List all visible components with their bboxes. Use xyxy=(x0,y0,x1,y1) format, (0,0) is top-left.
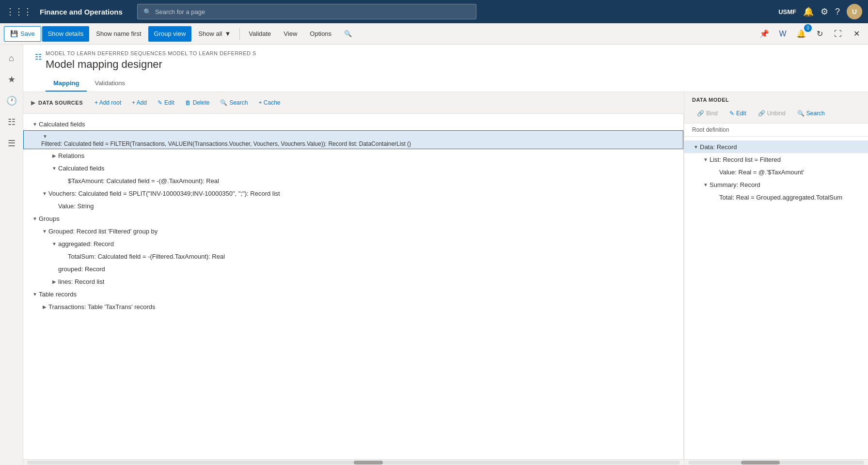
word-icon[interactable]: W xyxy=(775,26,790,42)
dm-node-value-real[interactable]: Value: Real = @.'$TaxAmount' xyxy=(684,166,868,178)
ds-panel: ▶ DATA SOURCES + Add root + Add ✎ Edit 🗑 xyxy=(23,92,684,465)
expand-calc-sub[interactable]: ▼ xyxy=(50,164,58,172)
dm-expand-summary[interactable]: ▼ xyxy=(702,181,710,188)
tree-node-calc-fields[interactable]: ▼ Calculated fields xyxy=(23,118,683,130)
dm-scroll-thumb[interactable] xyxy=(741,461,780,465)
workspaces-icon[interactable]: ☷ xyxy=(2,112,21,132)
dm-node-summary[interactable]: ▼ Summary: Record xyxy=(684,178,868,191)
modules-icon[interactable]: ☰ xyxy=(2,134,21,153)
top-nav: ⋮⋮⋮ Finance and Operations 🔍 Search for … xyxy=(0,0,868,23)
tree-node-relations[interactable]: ▶ Relations xyxy=(23,149,683,162)
tree-node-transactions[interactable]: ▶ Transactions: Table 'TaxTrans' records xyxy=(23,300,683,313)
show-all-button[interactable]: Show all ▼ xyxy=(192,26,237,42)
tree-node-lines[interactable]: ▶ lines: Record list xyxy=(23,275,683,288)
expand-table-records[interactable]: ▼ xyxy=(31,290,39,298)
scroll-thumb[interactable] xyxy=(354,461,383,465)
notification-badge-icon[interactable]: 🔔 0 xyxy=(793,26,809,42)
save-icon: 💾 xyxy=(10,30,18,37)
toolbar-search-button[interactable]: 🔍 xyxy=(338,26,358,42)
tree-node-aggregated[interactable]: ▼ aggregated: Record xyxy=(23,237,683,250)
unbind-icon: 🔗 xyxy=(758,110,765,117)
save-button[interactable]: 💾 Save xyxy=(4,26,41,42)
favorites-icon[interactable]: ★ xyxy=(2,70,21,89)
expand-filtered[interactable]: ▼ xyxy=(41,132,49,140)
notifications-icon[interactable]: 🔔 xyxy=(803,6,814,17)
grid-icon[interactable]: ⋮⋮⋮ xyxy=(6,6,32,17)
avatar[interactable]: U xyxy=(847,4,862,19)
page-header: ☷ MODEL TO LEARN DEFERRED SEQUENCES MODE… xyxy=(23,45,868,92)
dm-scroll-track xyxy=(688,461,864,465)
tree-node-vouchers[interactable]: ▼ Vouchers: Calculated field = SPLIT("IN… xyxy=(23,187,683,200)
tree-node-groups[interactable]: ▼ Groups xyxy=(23,212,683,225)
dm-title: DATA MODEL xyxy=(692,97,860,103)
expand-grouped[interactable]: ▼ xyxy=(41,227,48,235)
filter-icon[interactable]: ☷ xyxy=(35,53,42,61)
tree-node-value-string[interactable]: Value: String xyxy=(23,200,683,212)
add-button[interactable]: + Add xyxy=(127,96,152,109)
show-name-first-button[interactable]: Show name first xyxy=(90,26,147,42)
expand-vouchers[interactable]: ▼ xyxy=(41,189,48,197)
expand-groups[interactable]: ▼ xyxy=(31,215,39,222)
validate-button[interactable]: Validate xyxy=(243,26,277,42)
add-root-button[interactable]: + Add root xyxy=(90,96,126,109)
nav-right: USMF 🔔 ⚙ ? U xyxy=(778,4,862,19)
pin-icon[interactable]: 📌 xyxy=(757,26,772,42)
tree-node-taxamount[interactable]: $TaxAmount: Calculated field = -(@.TaxAm… xyxy=(23,174,683,187)
tree-node-calc-fields-sub[interactable]: ▼ Calculated fields xyxy=(23,162,683,174)
help-icon[interactable]: ? xyxy=(835,7,840,17)
tree-node-totalsum[interactable]: TotalSum: Calculated field = -(Filtered.… xyxy=(23,250,683,263)
dm-edit-button[interactable]: ✎ Edit xyxy=(725,107,751,120)
expand-transactions[interactable]: ▶ xyxy=(41,303,48,310)
refresh-icon[interactable]: ↻ xyxy=(812,26,827,42)
recent-icon[interactable]: 🕐 xyxy=(2,91,21,110)
cache-button[interactable]: + Cache xyxy=(253,96,285,109)
view-button[interactable]: View xyxy=(278,26,303,42)
dm-expand-list[interactable]: ▼ xyxy=(702,155,710,163)
edit-button[interactable]: ✎ Edit xyxy=(153,96,179,109)
group-view-button[interactable]: Group view xyxy=(148,26,192,42)
expand-relations[interactable]: ▶ xyxy=(50,152,58,159)
notification-count: 0 xyxy=(804,24,812,32)
dm-node-total[interactable]: Total: Real = Grouped.aggregated.TotalSu… xyxy=(684,191,868,203)
expand-calc-fields[interactable]: ▼ xyxy=(31,120,39,128)
dm-tree[interactable]: ▼ Data: Record ▼ List: Record list = Fil… xyxy=(684,137,868,459)
show-details-button[interactable]: Show details xyxy=(42,26,90,42)
dm-scrollbar[interactable] xyxy=(684,459,868,465)
dm-node-data[interactable]: ▼ Data: Record xyxy=(684,140,868,153)
left-nav: ⌂ ★ 🕐 ☷ ☰ xyxy=(0,45,23,465)
edit-icon: ✎ xyxy=(158,99,162,106)
dm-search-button[interactable]: 🔍 Search xyxy=(792,107,830,120)
dm-node-list[interactable]: ▼ List: Record list = Filtered xyxy=(684,153,868,166)
tab-mapping[interactable]: Mapping xyxy=(46,76,87,92)
delete-button[interactable]: 🗑 Delete xyxy=(180,96,215,109)
main-container: ⌂ ★ 🕐 ☷ ☰ ☷ MODEL TO LEARN DEFERRED SEQU… xyxy=(0,45,868,465)
scroll-track xyxy=(27,461,680,465)
user-label: USMF xyxy=(778,8,796,16)
page-tabs: Mapping Validations xyxy=(46,76,856,92)
bind-button[interactable]: 🔗 Bind xyxy=(692,107,723,120)
close-icon[interactable]: ✕ xyxy=(849,26,864,42)
tree-node-grouped-rec[interactable]: grouped: Record xyxy=(23,263,683,275)
ds-tree[interactable]: ▼ Calculated fields ▼ Filtered: Calculat… xyxy=(23,114,684,459)
dm-expand-data[interactable]: ▼ xyxy=(692,143,700,151)
search-button[interactable]: 🔍 Search xyxy=(215,96,253,109)
unbind-button[interactable]: 🔗 Unbind xyxy=(753,107,790,120)
ds-expand-icon[interactable]: ▶ xyxy=(31,99,35,106)
open-icon[interactable]: ⛶ xyxy=(830,26,846,42)
search-placeholder: Search for a page xyxy=(155,8,205,16)
settings-icon[interactable]: ⚙ xyxy=(821,6,828,17)
toolbar: 💾 Save Show details Show name first Grou… xyxy=(0,23,868,45)
toolbar-separator-1 xyxy=(239,28,240,40)
expand-aggregated[interactable]: ▼ xyxy=(50,240,58,248)
dm-search-icon: 🔍 xyxy=(797,110,805,117)
tab-validations[interactable]: Validations xyxy=(87,76,133,92)
ds-title: DATA SOURCES xyxy=(38,100,83,106)
tree-node-table-records[interactable]: ▼ Table records xyxy=(23,288,683,300)
home-icon[interactable]: ⌂ xyxy=(2,48,21,68)
global-search[interactable]: 🔍 Search for a page xyxy=(137,4,476,19)
ds-scrollbar[interactable] xyxy=(23,459,684,465)
tree-node-grouped[interactable]: ▼ Grouped: Record list 'Filtered' group … xyxy=(23,225,683,237)
options-button[interactable]: Options xyxy=(304,26,337,42)
expand-lines[interactable]: ▶ xyxy=(50,278,58,285)
tree-node-filtered[interactable]: ▼ Filtered: Calculated field = FILTER(Tr… xyxy=(23,130,683,149)
